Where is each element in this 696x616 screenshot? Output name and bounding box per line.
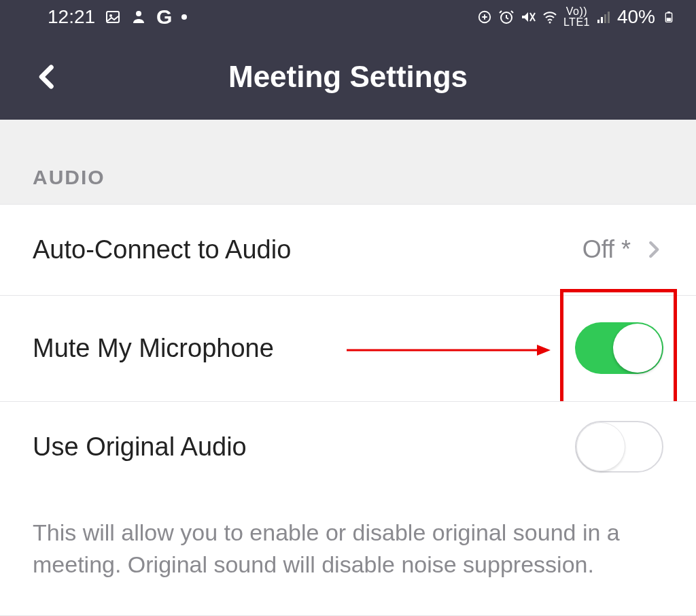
mute-icon <box>520 9 536 25</box>
volte-icon: Vo))LTE1 <box>563 6 590 28</box>
row-use-original-audio[interactable]: Use Original Audio <box>0 401 696 492</box>
battery-text: 40% <box>617 6 655 28</box>
row-auto-connect-audio[interactable]: Auto-Connect to Audio Off * <box>0 204 696 295</box>
status-right: Vo))LTE1 40% <box>476 6 677 28</box>
more-dot-icon <box>181 14 187 20</box>
alarm-icon <box>498 9 515 25</box>
row-value-wrap: Off * <box>582 235 663 264</box>
screen: 12:21 G Vo))LTE1 <box>0 0 696 616</box>
svg-rect-14 <box>667 18 672 21</box>
annotation-arrow-icon <box>347 343 551 357</box>
status-time: 12:21 <box>48 6 95 28</box>
data-saver-icon <box>476 9 493 25</box>
page-title: Meeting Settings <box>0 60 696 94</box>
svg-point-1 <box>109 14 112 17</box>
svg-marker-16 <box>537 345 551 356</box>
google-icon: G <box>156 5 172 29</box>
svg-point-7 <box>549 21 551 23</box>
signal-icon <box>595 9 612 25</box>
svg-rect-8 <box>597 20 599 23</box>
row-label: Use Original Audio <box>33 432 247 462</box>
toggle-knob <box>613 324 662 373</box>
svg-point-2 <box>136 11 141 16</box>
row-label: Auto-Connect to Audio <box>33 235 291 264</box>
toggle-mute-microphone[interactable] <box>575 322 663 374</box>
image-icon <box>105 9 121 25</box>
svg-rect-9 <box>601 17 603 23</box>
toggle-knob <box>576 422 625 471</box>
person-icon <box>130 9 147 25</box>
row-mute-microphone[interactable]: Mute My Microphone <box>0 295 696 401</box>
row-value: Off * <box>582 235 631 264</box>
app-bar: Meeting Settings <box>0 33 696 120</box>
chevron-right-icon <box>643 239 663 260</box>
row-label: Mute My Microphone <box>33 334 274 363</box>
chevron-left-icon <box>33 63 62 91</box>
back-button[interactable] <box>27 56 68 97</box>
svg-rect-11 <box>608 12 610 23</box>
section-header-audio: AUDIO <box>0 120 696 204</box>
svg-rect-10 <box>604 14 606 23</box>
svg-rect-13 <box>667 12 670 13</box>
hint-original-audio: This will allow you to enable or disable… <box>0 492 696 616</box>
wifi-icon <box>542 9 558 25</box>
toggle-use-original-audio[interactable] <box>575 421 663 473</box>
status-bar: 12:21 G Vo))LTE1 <box>0 0 696 33</box>
status-left: 12:21 G <box>48 5 187 29</box>
battery-icon <box>661 9 677 25</box>
